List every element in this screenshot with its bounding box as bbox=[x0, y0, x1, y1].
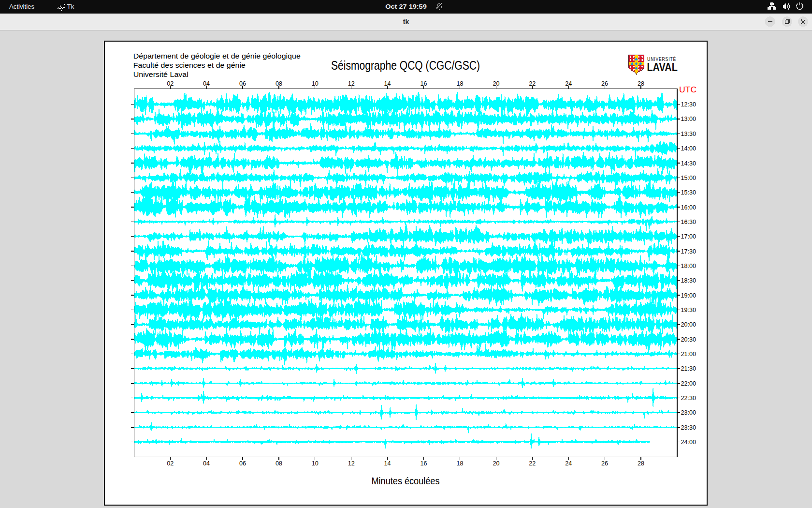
svg-text:24: 24 bbox=[565, 80, 572, 87]
svg-text:14:30: 14:30 bbox=[681, 160, 696, 167]
svg-text:LAVAL: LAVAL bbox=[647, 61, 678, 74]
svg-text:28: 28 bbox=[638, 460, 644, 467]
svg-text:18: 18 bbox=[456, 460, 463, 467]
svg-text:04: 04 bbox=[203, 80, 210, 87]
svg-text:02: 02 bbox=[167, 460, 174, 467]
svg-text:13:00: 13:00 bbox=[681, 116, 696, 122]
svg-text:22: 22 bbox=[529, 460, 536, 467]
svg-text:08: 08 bbox=[276, 460, 282, 467]
svg-text:20:30: 20:30 bbox=[681, 336, 696, 343]
svg-text:14: 14 bbox=[384, 460, 391, 467]
svg-text:13:30: 13:30 bbox=[681, 131, 696, 137]
svg-text:16: 16 bbox=[420, 460, 427, 467]
svg-text:Tk: Tk bbox=[67, 3, 74, 10]
svg-text:Oct 27 19:59: Oct 27 19:59 bbox=[385, 3, 427, 10]
svg-text:22:00: 22:00 bbox=[681, 380, 696, 387]
svg-text:23:30: 23:30 bbox=[681, 424, 696, 431]
svg-text:16: 16 bbox=[420, 80, 427, 87]
svg-text:14: 14 bbox=[384, 80, 391, 87]
svg-text:08: 08 bbox=[276, 80, 282, 87]
svg-text:06: 06 bbox=[239, 460, 246, 467]
svg-text:16:00: 16:00 bbox=[681, 204, 696, 211]
svg-text:17:30: 17:30 bbox=[681, 248, 696, 255]
svg-text:20: 20 bbox=[493, 460, 499, 467]
svg-text:17:00: 17:00 bbox=[681, 233, 696, 240]
svg-text:18:30: 18:30 bbox=[681, 277, 696, 284]
svg-text:24: 24 bbox=[565, 460, 572, 467]
svg-text:18:00: 18:00 bbox=[681, 263, 696, 269]
svg-text:26: 26 bbox=[601, 80, 608, 87]
svg-text:Département de géologie et de: Département de géologie et de génie géol… bbox=[133, 52, 301, 60]
svg-text:23:00: 23:00 bbox=[681, 409, 696, 416]
svg-text:28: 28 bbox=[638, 80, 644, 87]
svg-text:Séismographe QCQ (CGC/GSC): Séismographe QCQ (CGC/GSC) bbox=[331, 58, 480, 73]
svg-text:10: 10 bbox=[312, 460, 319, 467]
svg-text:21:30: 21:30 bbox=[681, 365, 696, 372]
svg-text:Faculté des sciences et de gén: Faculté des sciences et de génie bbox=[133, 61, 246, 69]
svg-text:Université Laval: Université Laval bbox=[133, 71, 188, 78]
svg-text:12:30: 12:30 bbox=[681, 101, 696, 108]
svg-text:04: 04 bbox=[203, 460, 210, 467]
svg-text:19:30: 19:30 bbox=[681, 307, 696, 314]
svg-text:12: 12 bbox=[348, 80, 355, 87]
svg-text:15:30: 15:30 bbox=[681, 189, 696, 196]
svg-text:Minutes écoulées: Minutes écoulées bbox=[372, 476, 440, 486]
svg-text:22: 22 bbox=[529, 80, 536, 87]
svg-text:UTC: UTC bbox=[679, 85, 697, 94]
svg-text:19:00: 19:00 bbox=[681, 292, 696, 299]
svg-text:15:00: 15:00 bbox=[681, 175, 696, 181]
svg-text:24:00: 24:00 bbox=[681, 439, 696, 446]
svg-text:18: 18 bbox=[456, 80, 463, 87]
svg-text:02: 02 bbox=[167, 80, 174, 87]
svg-text:21:00: 21:00 bbox=[681, 351, 696, 358]
svg-text:22:30: 22:30 bbox=[681, 395, 696, 402]
svg-text:12: 12 bbox=[348, 460, 355, 467]
svg-text:20: 20 bbox=[493, 80, 499, 87]
svg-text:06: 06 bbox=[239, 80, 246, 87]
svg-text:Activities: Activities bbox=[9, 3, 34, 10]
svg-text:26: 26 bbox=[601, 460, 608, 467]
svg-text:14:00: 14:00 bbox=[681, 145, 696, 152]
svg-text:20:00: 20:00 bbox=[681, 321, 696, 328]
svg-text:10: 10 bbox=[312, 80, 319, 87]
svg-text:tk: tk bbox=[403, 18, 409, 26]
svg-text:16:30: 16:30 bbox=[681, 219, 696, 225]
